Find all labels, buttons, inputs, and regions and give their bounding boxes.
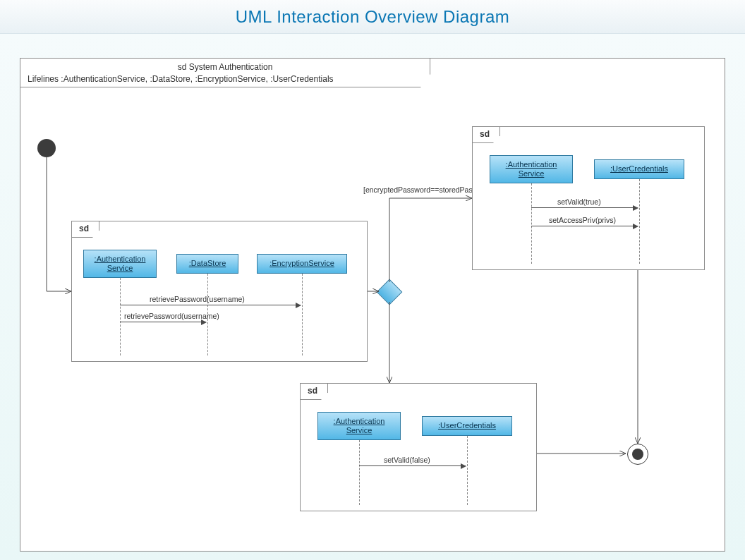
- sd-tab-3: sd: [300, 383, 328, 400]
- lifeline-auth-service-2: :AuthenticationService: [490, 155, 573, 183]
- decision-node: [377, 279, 403, 305]
- lifeline-dash: [302, 274, 303, 355]
- sd-tab-1: sd: [71, 221, 99, 238]
- lifeline-dash: [531, 183, 532, 264]
- activity-frame-header: sd System Authentication Lifelines :Auth…: [20, 58, 430, 87]
- lifeline-encryption-label: :EncryptionService: [269, 259, 334, 268]
- msg-label: setValid(true): [557, 197, 601, 206]
- lifeline-datastore: :DataStore: [176, 254, 238, 274]
- lifeline-auth-service-3: :AuthenticationService: [317, 412, 401, 440]
- message-arrow: [531, 226, 638, 226]
- message-arrow: [359, 465, 466, 466]
- sd-tab-2: sd: [472, 126, 500, 143]
- sd-frame-3: sd :AuthenticationService :UserCredentia…: [300, 383, 537, 511]
- sd-frame-1: sd :AuthenticationService :DataStore :En…: [71, 221, 368, 362]
- activity-frame: sd System Authentication Lifelines :Auth…: [20, 58, 725, 552]
- msg-label: retrievePassword(username): [150, 295, 245, 303]
- initial-node: [37, 139, 56, 157]
- diagram-title-bar: UML Interaction Overview Diagram: [0, 0, 745, 34]
- lifeline-dash: [639, 179, 640, 264]
- lifeline-user-credentials-2: :UserCredentials: [594, 159, 684, 179]
- diagram-canvas: sd System Authentication Lifelines :Auth…: [0, 34, 745, 560]
- message-arrow: [531, 207, 638, 208]
- lifeline-dash: [359, 440, 360, 505]
- message-arrow: [120, 305, 301, 305]
- msg-label: setAccessPriv(privs): [549, 216, 616, 224]
- lifeline-encryption-service: :EncryptionService: [257, 254, 347, 274]
- lifeline-auth-service-1: :AuthenticationService: [83, 250, 157, 278]
- lifeline-auth-label: :AuthenticationService: [334, 417, 385, 435]
- lifeline-auth-label: :AuthenticationService: [95, 255, 146, 273]
- lifeline-user-label: :UserCredentials: [610, 164, 668, 174]
- msg-label: setValid(false): [384, 456, 430, 464]
- lifeline-auth-label: :AuthenticationService: [506, 160, 557, 178]
- diagram-title: UML Interaction Overview Diagram: [236, 7, 510, 27]
- lifeline-user-credentials-3: :UserCredentials: [422, 416, 512, 436]
- frame-title: sd System Authentication: [28, 61, 423, 73]
- message-arrow: [120, 322, 206, 322]
- final-node: [627, 444, 648, 465]
- sd-frame-2: sd :AuthenticationService :UserCredentia…: [472, 126, 705, 270]
- lifeline-dash: [120, 278, 121, 355]
- lifeline-datastore-label: :DataStore: [189, 259, 226, 268]
- lifeline-dash: [467, 436, 468, 505]
- frame-lifelines: Lifelines :AuthenticationService, :DataS…: [28, 73, 423, 85]
- lifeline-user-label: :UserCredentials: [438, 421, 496, 430]
